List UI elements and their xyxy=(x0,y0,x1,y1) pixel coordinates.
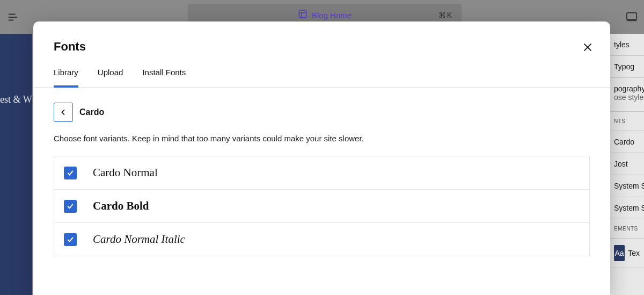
sidebar-section-head: NTS xyxy=(610,112,644,131)
modal-tabs: Library Upload Install Fonts xyxy=(33,54,610,88)
sidebar-font-item[interactable]: System S xyxy=(610,175,644,197)
sidebar-font-item[interactable]: System S xyxy=(610,197,644,219)
menu-toggle-icon[interactable] xyxy=(6,11,19,24)
sidebar-text: ose styles xyxy=(614,93,640,102)
back-button[interactable] xyxy=(54,103,73,122)
chevron-left-icon xyxy=(59,108,68,117)
modal-header: Fonts xyxy=(33,21,610,54)
canvas-sidebar-left: est & W xyxy=(0,34,32,295)
variant-label: Cardo Normal xyxy=(93,166,158,179)
canvas-text-fragment: est & W xyxy=(0,94,32,105)
variant-checkbox[interactable] xyxy=(64,233,77,246)
helper-text: Choose font variants. Keep in mind that … xyxy=(54,134,590,143)
tab-upload[interactable]: Upload xyxy=(98,68,123,88)
sidebar-element-item[interactable]: Aa Tex xyxy=(610,239,644,268)
modal-title: Fonts xyxy=(54,40,590,54)
sidebar-font-item[interactable]: Jost xyxy=(610,153,644,175)
check-icon xyxy=(66,202,75,211)
keyboard-shortcut: ⌘K xyxy=(438,11,453,19)
modal-body: Cardo Choose font variants. Keep in mind… xyxy=(33,88,610,256)
styles-sidebar-right: tyles Typog pography ose styles NTS Card… xyxy=(610,34,644,295)
sidebar-section-head: EMENTS xyxy=(610,219,644,239)
check-icon xyxy=(66,169,75,177)
sidebar-row: pography ose styles xyxy=(610,78,644,112)
sidebar-element-label: Tex xyxy=(628,249,640,257)
sidebar-text: pography xyxy=(614,84,640,93)
sidebar-font-item[interactable]: Cardo xyxy=(610,131,644,153)
variant-label: Cardo Bold xyxy=(93,199,149,213)
fonts-modal: Fonts Library Upload Install Fonts Cardo… xyxy=(33,21,610,295)
variant-label: Cardo Normal Italic xyxy=(93,233,185,246)
check-icon xyxy=(66,235,75,244)
layout-icon xyxy=(298,9,308,21)
svg-rect-0 xyxy=(299,10,306,18)
variant-checkbox[interactable] xyxy=(64,200,77,213)
font-variant-list: Cardo Normal Cardo Bold Cardo Normal Ita… xyxy=(54,156,590,256)
device-preview-icon[interactable] xyxy=(626,11,638,25)
svg-rect-1 xyxy=(627,13,636,20)
close-icon xyxy=(582,41,594,53)
font-variant-row[interactable]: Cardo Bold xyxy=(54,189,589,222)
font-variant-row[interactable]: Cardo Normal Italic xyxy=(54,222,589,256)
font-variant-row[interactable]: Cardo Normal xyxy=(54,156,589,189)
sidebar-row[interactable]: tyles xyxy=(610,34,644,56)
font-family-name: Cardo xyxy=(79,107,104,117)
back-row: Cardo xyxy=(54,103,590,122)
sidebar-row[interactable]: Typog xyxy=(610,56,644,78)
tab-install-fonts[interactable]: Install Fonts xyxy=(142,68,186,88)
tab-library[interactable]: Library xyxy=(54,68,78,88)
page-chip-label: Blog Home xyxy=(312,11,352,20)
close-button[interactable] xyxy=(580,40,595,55)
variant-checkbox[interactable] xyxy=(64,167,77,179)
text-element-icon: Aa xyxy=(614,245,625,261)
